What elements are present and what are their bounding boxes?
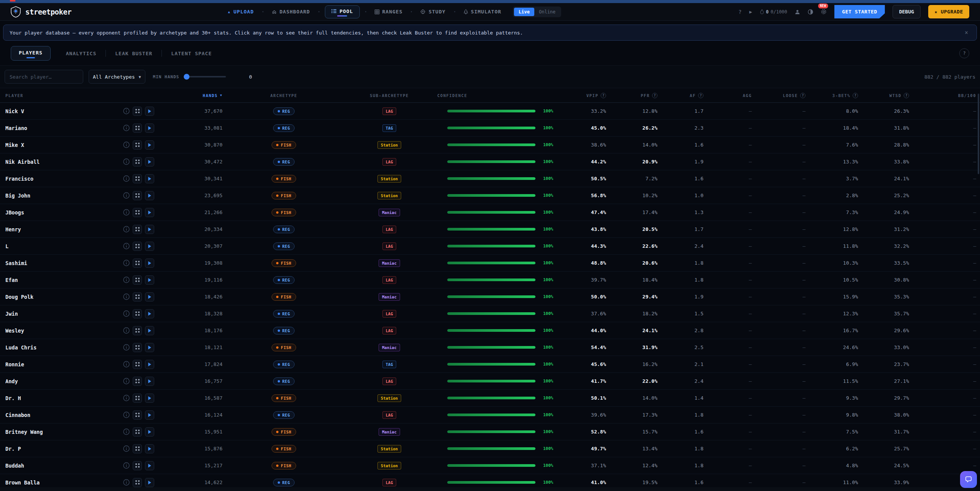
- player-info-icon[interactable]: [123, 344, 130, 351]
- tab-analytics[interactable]: ANALYTICS: [57, 51, 105, 56]
- column-help-icon[interactable]: ?: [853, 93, 858, 98]
- play-tour-icon[interactable]: ▶: [749, 9, 752, 15]
- player-info-icon[interactable]: [123, 277, 130, 283]
- column-header-pfr[interactable]: PFR?: [610, 93, 661, 98]
- column-header-wtsd[interactable]: WTSD?: [862, 93, 913, 98]
- player-replay-icon[interactable]: [145, 140, 154, 150]
- player-row[interactable]: Francisco30,341FISHStation100%50.5%7.2%1…: [0, 170, 980, 187]
- player-replay-icon[interactable]: [145, 309, 154, 318]
- player-row[interactable]: Mike X30,870FISHStation100%38.6%14.0%1.6…: [0, 137, 980, 153]
- player-replay-icon[interactable]: [145, 292, 154, 302]
- account-icon[interactable]: [795, 9, 800, 15]
- player-replay-icon[interactable]: [145, 191, 154, 200]
- player-row[interactable]: Wesley18,176REGLAG100%44.0%24.1%2.8––16.…: [0, 322, 980, 339]
- player-row[interactable]: JBoogs21,266FISHManiac100%47.4%17.4%1.3–…: [0, 204, 980, 221]
- tab-leak-buster[interactable]: LEAK BUSTER: [106, 51, 161, 56]
- theme-contrast-icon[interactable]: [808, 9, 813, 15]
- player-range-grid-icon[interactable]: [133, 410, 142, 420]
- search-input[interactable]: [5, 70, 83, 84]
- upgrade-button[interactable]: ★ UPGRADE: [928, 5, 969, 18]
- slider-thumb[interactable]: [184, 74, 189, 80]
- player-info-icon[interactable]: [123, 125, 130, 132]
- section-help-icon[interactable]: ?: [959, 48, 969, 58]
- player-info-icon[interactable]: [123, 327, 130, 334]
- player-row[interactable]: Andy16,757REGLAG100%41.7%22.0%2.4––11.5%…: [0, 373, 980, 390]
- player-row[interactable]: Doug Polk18,426FISHManiac100%50.0%29.4%1…: [0, 288, 980, 305]
- player-replay-icon[interactable]: [145, 275, 154, 285]
- player-replay-icon[interactable]: [145, 394, 154, 403]
- column-header-loose[interactable]: LOOSE?: [756, 93, 809, 98]
- player-row[interactable]: Luda Chris18,121FISHManiac100%54.4%31.9%…: [0, 339, 980, 356]
- player-range-grid-icon[interactable]: [133, 124, 142, 133]
- player-replay-icon[interactable]: [145, 107, 154, 116]
- player-row[interactable]: Mariano33,081REGTAG100%45.0%26.2%2.3––18…: [0, 120, 980, 137]
- player-range-grid-icon[interactable]: [133, 208, 142, 217]
- player-row[interactable]: Dr. P15,876FISHStation100%49.7%13.4%1.8–…: [0, 440, 980, 457]
- column-help-icon[interactable]: ?: [698, 93, 703, 98]
- player-range-grid-icon[interactable]: [133, 360, 142, 369]
- player-replay-icon[interactable]: [145, 427, 154, 437]
- column-header-af[interactable]: AF?: [661, 93, 707, 98]
- player-range-grid-icon[interactable]: [133, 107, 142, 116]
- column-help-icon[interactable]: ?: [652, 93, 657, 98]
- tab-latent-space[interactable]: LATENT SPACE: [162, 51, 221, 56]
- live-online-toggle[interactable]: Live Online: [513, 7, 561, 17]
- usage-meter[interactable]: 0 0/1000: [760, 9, 787, 15]
- player-range-grid-icon[interactable]: [133, 394, 142, 403]
- player-range-grid-icon[interactable]: [133, 242, 142, 251]
- player-row[interactable]: L20,307REGLAG100%44.3%22.6%2.4––11.8%32.…: [0, 238, 980, 255]
- player-info-icon[interactable]: [123, 142, 130, 148]
- player-replay-icon[interactable]: [145, 461, 154, 470]
- nav-item-upload[interactable]: ▲ UPLOAD: [225, 7, 257, 17]
- column-header-vpip[interactable]: VPIP?: [564, 93, 610, 98]
- player-row[interactable]: Dr. H16,587FISHStation100%50.1%14.0%1.4–…: [0, 390, 980, 407]
- player-info-icon[interactable]: [123, 243, 130, 250]
- player-range-grid-icon[interactable]: [133, 225, 142, 234]
- brand[interactable]: streetpoker: [11, 6, 71, 18]
- player-range-grid-icon[interactable]: [133, 292, 142, 302]
- settings-gear-icon[interactable]: NEW: [821, 9, 827, 15]
- player-info-icon[interactable]: [123, 395, 130, 402]
- player-replay-icon[interactable]: [145, 444, 154, 453]
- tab-players[interactable]: PLAYERS: [11, 46, 51, 61]
- player-row[interactable]: Ronnie17,824REGTAG100%45.6%16.2%2.1––6.9…: [0, 356, 980, 373]
- nav-item-simulator[interactable]: SIMULATOR: [461, 7, 504, 17]
- column-header-agg[interactable]: AGG: [707, 93, 756, 98]
- scrollbar-thumb[interactable]: [978, 94, 979, 174]
- player-row[interactable]: Buddah15,217FISHStation100%37.1%12.4%1.8…: [0, 457, 980, 474]
- player-range-grid-icon[interactable]: [133, 259, 142, 268]
- player-info-icon[interactable]: [123, 445, 130, 452]
- player-range-grid-icon[interactable]: [133, 174, 142, 183]
- player-replay-icon[interactable]: [145, 326, 154, 335]
- player-row[interactable]: Big John23,695FISHStation100%56.8%10.2%1…: [0, 187, 980, 204]
- player-info-icon[interactable]: [123, 108, 130, 115]
- player-replay-icon[interactable]: [145, 377, 154, 386]
- player-info-icon[interactable]: [123, 209, 130, 216]
- player-replay-icon[interactable]: [145, 478, 154, 487]
- column-header-player[interactable]: PLAYER: [5, 93, 123, 98]
- player-replay-icon[interactable]: [145, 343, 154, 352]
- player-range-grid-icon[interactable]: [133, 427, 142, 437]
- player-replay-icon[interactable]: [145, 225, 154, 234]
- player-replay-icon[interactable]: [145, 208, 154, 217]
- player-info-icon[interactable]: [123, 192, 130, 199]
- player-info-icon[interactable]: [123, 479, 130, 486]
- column-help-icon[interactable]: ?: [601, 93, 606, 98]
- player-row[interactable]: Jwin18,328REGLAG100%37.6%18.2%1.5––12.3%…: [0, 305, 980, 322]
- banner-close-icon[interactable]: ×: [962, 29, 970, 36]
- player-replay-icon[interactable]: [145, 124, 154, 133]
- player-replay-icon[interactable]: [145, 242, 154, 251]
- player-replay-icon[interactable]: [145, 174, 154, 183]
- player-info-icon[interactable]: [123, 412, 130, 419]
- column-header-bb100[interactable]: BB/100: [913, 93, 980, 98]
- debug-button[interactable]: DEBUG: [893, 5, 921, 18]
- player-replay-icon[interactable]: [145, 259, 154, 268]
- player-row[interactable]: Nik Airball30,472REGLAG100%44.2%20.9%1.9…: [0, 153, 980, 170]
- player-range-grid-icon[interactable]: [133, 478, 142, 487]
- player-row[interactable]: Sashimi19,308FISHManiac100%48.8%20.6%1.8…: [0, 255, 980, 272]
- player-range-grid-icon[interactable]: [133, 309, 142, 318]
- player-range-grid-icon[interactable]: [133, 140, 142, 150]
- player-info-icon[interactable]: [123, 260, 130, 267]
- archetype-select[interactable]: All Archetypes ▼: [89, 70, 145, 84]
- min-hands-slider[interactable]: [184, 76, 226, 77]
